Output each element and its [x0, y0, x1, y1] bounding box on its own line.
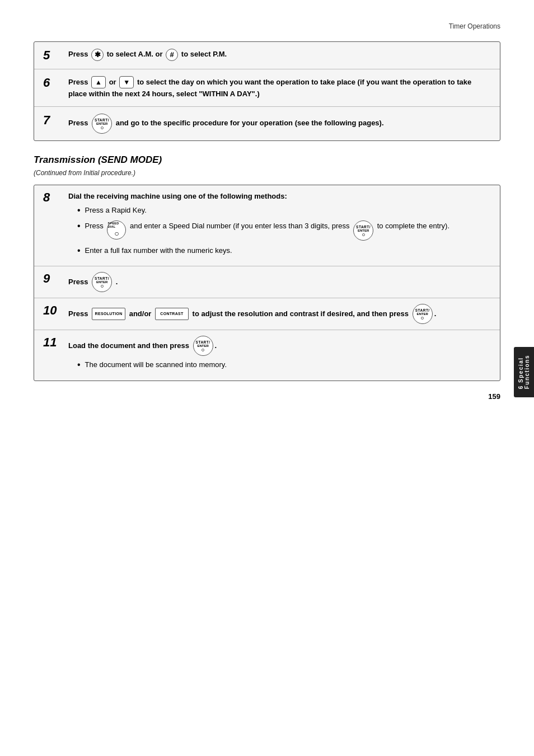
step-10-number: 10 — [43, 304, 63, 317]
start-enter-button-icon-10: START/ENTER — [413, 304, 433, 324]
steps-box-2: 8 Dial the receiving machine using one o… — [34, 185, 500, 381]
section-title: Transmission (SEND MODE) — [34, 154, 500, 166]
step-5-row: 5 Press ✱ to select A.M. or # to select … — [34, 42, 500, 69]
step-8-heading: Dial the receiving machine using one of … — [68, 192, 287, 200]
step-11-row: 11 Load the document and then press STAR… — [34, 330, 500, 381]
step-11-bullets: The document will be scanned into memory… — [68, 359, 491, 370]
up-arrow-icon: ▲ — [91, 76, 106, 88]
step-9-row: 9 Press START/ENTER . — [34, 266, 500, 298]
step-11-number: 11 — [43, 336, 63, 349]
page-header: Timer Operations — [34, 22, 500, 30]
bullet-fax-number: Enter a full fax number with the numeric… — [77, 245, 491, 256]
step-5-content: Press ✱ to select A.M. or # to select P.… — [68, 49, 491, 61]
step-5-number: 5 — [43, 49, 63, 62]
start-enter-button-icon-11: START/ENTER — [193, 336, 213, 356]
hash-button-icon: # — [166, 49, 178, 61]
step-9-number: 9 — [43, 272, 63, 285]
step-6-content: Press ▲ or ▼ to select the day on which … — [68, 76, 491, 100]
step-10-row: 10 Press RESOLUTION and/or CONTRAST to a… — [34, 298, 500, 330]
step-6-number: 6 — [43, 76, 63, 90]
start-enter-button-icon-8: START/ENTER — [353, 220, 373, 241]
sidebar-tab: 6 SpecialFunctions — [514, 347, 534, 397]
star-button-icon: ✱ — [91, 49, 104, 61]
page: Timer Operations 5 Press ✱ to select A.M… — [0, 0, 534, 756]
step-8-row: 8 Dial the receiving machine using one o… — [34, 185, 500, 267]
step-8-content: Dial the receiving machine using one of … — [68, 191, 491, 261]
step-6-row: 6 Press ▲ or ▼ to select the day on whic… — [34, 69, 500, 107]
sidebar-label: 6 SpecialFunctions — [518, 355, 530, 389]
steps-box-1: 5 Press ✱ to select A.M. or # to select … — [34, 41, 500, 141]
page-number: 159 — [34, 392, 500, 401]
start-enter-button-icon-9: START/ENTER — [92, 272, 112, 292]
resolution-button-icon: RESOLUTION — [92, 308, 125, 320]
step-11-content: Load the document and then press START/E… — [68, 336, 491, 375]
step-7-row: 7 Press START/ENTER and go to the specif… — [34, 107, 500, 140]
down-arrow-icon: ▼ — [119, 76, 134, 88]
speed-dial-button-icon: SPEED DIAL○ — [107, 220, 126, 240]
bullet-rapid-key: Press a Rapid Key. — [77, 205, 491, 216]
step-8-bullets: Press a Rapid Key. Press SPEED DIAL○ and… — [68, 205, 491, 256]
contrast-button-icon: CONTRAST — [155, 308, 189, 320]
step-7-number: 7 — [43, 114, 63, 127]
start-enter-button-icon-7: START/ENTER — [92, 114, 112, 134]
bullet-scan-memory: The document will be scanned into memory… — [77, 359, 491, 370]
header-title: Timer Operations — [449, 22, 500, 30]
bullet-speed-dial: Press SPEED DIAL○ and enter a Speed Dial… — [77, 220, 491, 241]
step-9-content: Press START/ENTER . — [68, 272, 491, 292]
step-10-content: Press RESOLUTION and/or CONTRAST to adju… — [68, 304, 491, 324]
section-subtitle: (Continued from Initial procedure.) — [34, 169, 500, 177]
step-8-number: 8 — [43, 191, 63, 204]
step-7-content: Press START/ENTER and go to the specific… — [68, 114, 491, 134]
